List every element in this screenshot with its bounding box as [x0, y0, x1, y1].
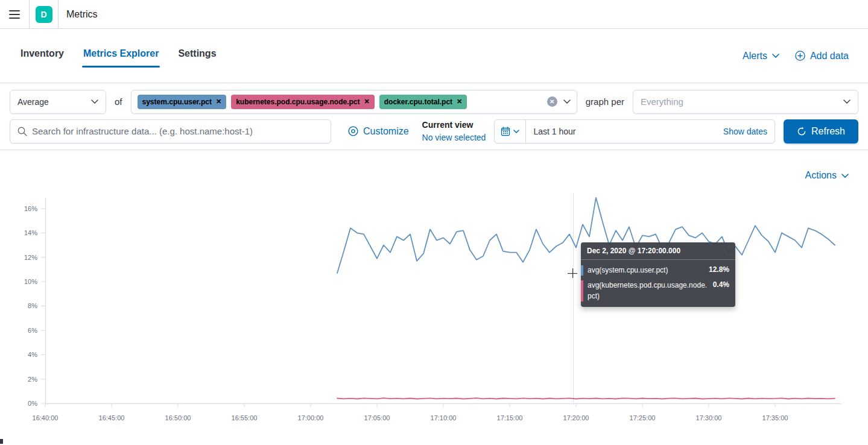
metric-pill[interactable]: docker.cpu.total.pct ✕ — [379, 95, 467, 109]
tab-metrics-explorer[interactable]: Metrics Explorer — [82, 45, 160, 68]
add-data-button[interactable]: Add data — [795, 51, 849, 62]
alerts-label: Alerts — [743, 51, 767, 62]
current-view-title: Current view — [422, 119, 486, 131]
chevron-down-icon[interactable] — [563, 99, 571, 104]
chevron-down-icon — [772, 54, 779, 58]
tab-bar: Inventory Metrics Explorer Settings — [19, 45, 218, 68]
svg-text:16:55:00: 16:55:00 — [232, 414, 258, 421]
tab-inventory[interactable]: Inventory — [19, 45, 65, 68]
infrastructure-search[interactable] — [10, 119, 331, 144]
svg-text:16:40:00: 16:40:00 — [33, 414, 59, 421]
chevron-down-icon — [513, 130, 519, 133]
svg-text:16:45:00: 16:45:00 — [99, 414, 125, 421]
chevron-down-icon[interactable] — [843, 99, 851, 104]
time-range-value[interactable]: Last 1 hour — [526, 127, 583, 136]
metric-pill-label: docker.cpu.total.pct — [384, 98, 452, 106]
svg-text:17:00:00: 17:00:00 — [298, 414, 324, 421]
corner-artifact — [0, 439, 3, 444]
search-icon — [17, 127, 27, 136]
add-data-label: Add data — [810, 51, 849, 62]
top-navigation-bar: D Metrics — [0, 0, 868, 29]
app-logo[interactable]: D — [30, 6, 58, 23]
search-input[interactable] — [32, 126, 323, 136]
aggregation-select[interactable]: Average — [10, 90, 106, 114]
svg-text:8%: 8% — [28, 302, 37, 309]
graph-per-input[interactable] — [641, 96, 843, 107]
remove-metric-icon[interactable]: ✕ — [216, 98, 221, 106]
deployment-badge[interactable]: D — [36, 6, 52, 23]
svg-text:17:10:00: 17:10:00 — [431, 414, 457, 421]
refresh-label: Refresh — [811, 126, 845, 137]
refresh-button[interactable]: Refresh — [784, 119, 858, 144]
calendar-icon — [501, 127, 510, 136]
customize-icon — [348, 126, 358, 136]
svg-text:17:30:00: 17:30:00 — [696, 414, 722, 421]
show-dates-button[interactable]: Show dates — [723, 127, 775, 136]
tooltip-series-label: avg(system.cpu.user.pct) — [588, 265, 704, 276]
svg-text:6%: 6% — [28, 327, 37, 334]
svg-text:16%: 16% — [24, 205, 37, 212]
metric-pill[interactable]: system.cpu.user.pct ✕ — [138, 95, 227, 109]
customize-button[interactable]: Customize — [348, 126, 409, 137]
svg-text:17:05:00: 17:05:00 — [364, 414, 390, 421]
svg-text:0%: 0% — [28, 400, 37, 407]
metrics-combobox[interactable]: system.cpu.user.pct ✕ kubernetes.pod.cpu… — [131, 90, 577, 114]
alerts-dropdown[interactable]: Alerts — [743, 51, 779, 62]
remove-metric-icon[interactable]: ✕ — [457, 98, 462, 106]
svg-text:16:50:00: 16:50:00 — [165, 414, 191, 421]
svg-text:12%: 12% — [24, 254, 37, 261]
no-view-selected-link[interactable]: No view selected — [422, 131, 486, 144]
tab-settings[interactable]: Settings — [177, 45, 217, 68]
svg-text:17:35:00: 17:35:00 — [762, 414, 788, 421]
series-color-bar — [581, 280, 583, 301]
remove-metric-icon[interactable]: ✕ — [364, 98, 370, 106]
metrics-chart[interactable]: 0%2%4%6%8%10%12%14%16%16:40:0016:45:0016… — [0, 150, 868, 444]
quick-select-button[interactable] — [495, 120, 526, 143]
of-label: of — [115, 96, 122, 107]
tooltip-series-label: avg(kubernetes.pod.cpu.usage.node.pct) — [588, 280, 708, 301]
tooltip-series-value: 0.4% — [713, 280, 729, 289]
svg-text:17:15:00: 17:15:00 — [497, 414, 523, 421]
graph-per-combobox[interactable] — [633, 90, 858, 114]
aggregation-value: Average — [17, 97, 49, 107]
customize-label: Customize — [363, 126, 409, 137]
chart-tooltip: Dec 2, 2020 @ 17:20:00.000 avg(system.cp… — [581, 242, 735, 307]
chevron-down-icon — [91, 99, 98, 104]
secondary-header: Inventory Metrics Explorer Settings Aler… — [0, 29, 868, 83]
svg-text:17:20:00: 17:20:00 — [563, 414, 589, 421]
svg-text:10%: 10% — [24, 278, 37, 285]
refresh-icon — [797, 127, 806, 136]
metric-pill-label: kubernetes.pod.cpu.usage.node.pct — [236, 98, 360, 106]
tooltip-series-row: avg(system.cpu.user.pct) 12.8% — [581, 263, 735, 278]
metric-pill-label: system.cpu.user.pct — [142, 98, 212, 106]
svg-text:17:25:00: 17:25:00 — [630, 414, 656, 421]
svg-text:4%: 4% — [28, 351, 37, 358]
svg-text:14%: 14% — [24, 229, 37, 236]
series-color-bar — [581, 265, 583, 276]
tooltip-series-value: 12.8% — [709, 265, 729, 274]
page-title: Metrics — [66, 9, 98, 20]
current-view-block: Current view No view selected — [422, 119, 486, 144]
menu-hamburger-icon[interactable] — [0, 0, 29, 29]
tooltip-timestamp: Dec 2, 2020 @ 17:20:00.000 — [581, 242, 735, 260]
divider — [58, 0, 59, 29]
tooltip-series-row: avg(kubernetes.pod.cpu.usage.node.pct) 0… — [581, 278, 735, 304]
plus-circle-icon — [795, 51, 805, 61]
svg-text:2%: 2% — [28, 376, 37, 383]
metric-pill[interactable]: kubernetes.pod.cpu.usage.node.pct ✕ — [231, 95, 375, 109]
super-date-picker: Last 1 hour Show dates — [494, 119, 775, 144]
graph-per-label: graph per — [586, 96, 624, 107]
clear-all-icon[interactable]: ✕ — [547, 96, 557, 107]
metrics-chart-panel: Actions 0%2%4%6%8%10%12%14%16%16:40:0016… — [0, 150, 868, 444]
metrics-explorer-toolbar: Average of system.cpu.user.pct ✕ kuberne… — [0, 83, 868, 150]
